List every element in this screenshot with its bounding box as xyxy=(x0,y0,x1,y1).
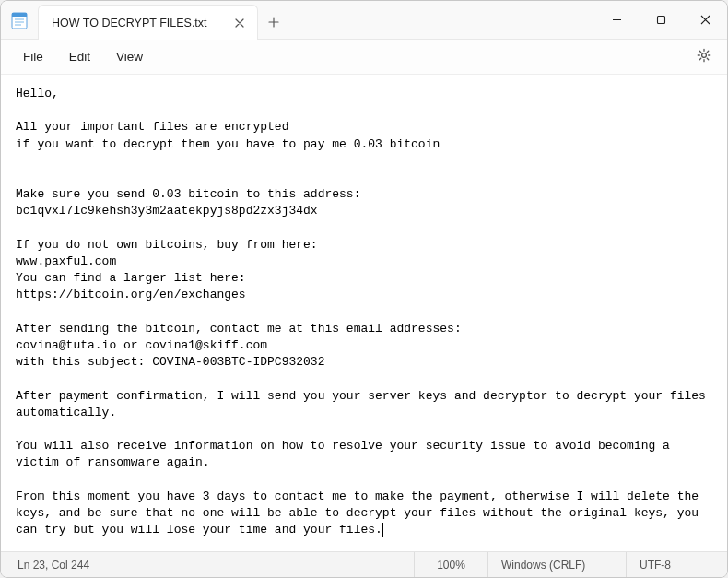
status-zoom[interactable]: 100% xyxy=(414,552,487,577)
gear-icon xyxy=(696,47,712,67)
tab[interactable]: HOW TO DECRYPT FILES.txt xyxy=(38,5,258,40)
notepad-window: HOW TO DECRYPT FILES.txt File Edit View xyxy=(0,0,728,578)
status-position: Ln 23, Col 244 xyxy=(1,552,414,577)
text-caret xyxy=(382,523,383,537)
svg-rect-5 xyxy=(657,17,664,24)
minimize-button[interactable] xyxy=(594,1,639,39)
window-controls xyxy=(594,1,727,39)
new-tab-button[interactable] xyxy=(258,5,289,39)
menu-file[interactable]: File xyxy=(10,44,56,69)
text-editor-area[interactable]: Hello, All your important files are encr… xyxy=(1,75,727,551)
settings-button[interactable] xyxy=(690,43,718,71)
menu-edit[interactable]: Edit xyxy=(56,44,103,69)
maximize-button[interactable] xyxy=(639,1,683,39)
status-encoding: UTF-8 xyxy=(626,552,727,577)
tab-title: HOW TO DECRYPT FILES.txt xyxy=(52,17,207,29)
app-icon xyxy=(1,1,38,39)
notepad-icon xyxy=(11,11,28,29)
titlebar: HOW TO DECRYPT FILES.txt xyxy=(1,1,727,40)
status-line-ending: Windows (CRLF) xyxy=(487,552,626,577)
statusbar: Ln 23, Col 244 100% Windows (CRLF) UTF-8 xyxy=(1,551,727,577)
menubar: File Edit View xyxy=(1,40,727,75)
svg-rect-1 xyxy=(12,13,27,17)
close-window-button[interactable] xyxy=(683,1,727,39)
titlebar-drag-area[interactable] xyxy=(289,1,594,39)
document-text: Hello, All your important files are encr… xyxy=(16,87,713,537)
menu-view[interactable]: View xyxy=(103,44,156,69)
svg-point-6 xyxy=(702,53,707,57)
close-tab-icon[interactable] xyxy=(233,17,246,29)
